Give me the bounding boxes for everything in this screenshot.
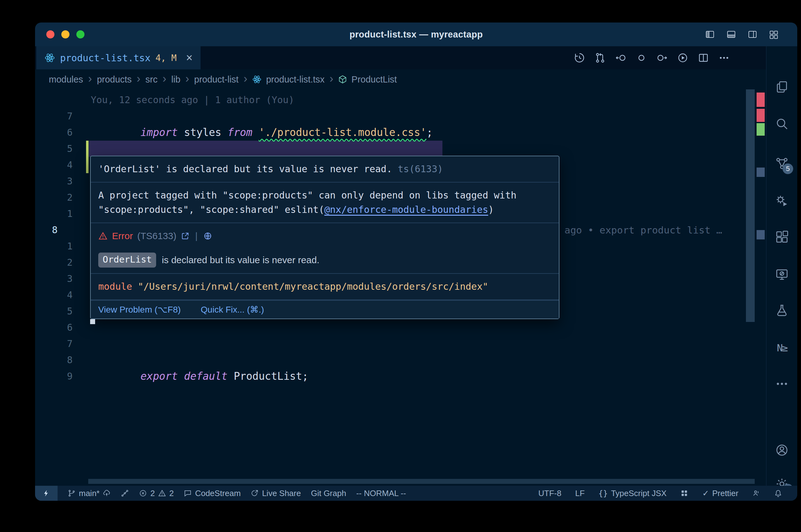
remote-indicator[interactable] (35, 486, 58, 501)
extensions-button[interactable] (773, 228, 791, 246)
identifier-productlist: ProductList (234, 370, 302, 382)
accounts-button[interactable] (773, 441, 791, 459)
line-number: 7 (35, 108, 73, 125)
codestream-item[interactable]: CodeStream (184, 489, 241, 498)
eol-label: LF (575, 489, 584, 498)
run-debug-button[interactable] (773, 192, 791, 210)
line-number: 2 (35, 189, 73, 206)
window-title: product-list.tsx — myreactapp (35, 22, 797, 46)
titlebar: product-list.tsx — myreactapp (35, 22, 797, 46)
additional-views-button[interactable] (773, 375, 791, 393)
hover-resize-handle[interactable] (90, 319, 95, 324)
breadcrumb-item-src[interactable]: src (145, 74, 158, 85)
nx-console-icon: N≥ (777, 342, 787, 354)
warning-count: 2 (169, 489, 174, 498)
warning-triangle-icon (98, 231, 108, 241)
source-control-graph-button[interactable]: 5 (773, 155, 791, 172)
space (227, 370, 234, 382)
ts-diagnostic-text: 'OrderList' is declared but its value is… (98, 164, 392, 174)
hover-error-detail: Error(TS6133) | OrderList is declared bu… (91, 223, 559, 274)
hover-eslint-message: A project tagged with "scope:products" c… (91, 183, 559, 223)
breadcrumb-item-file[interactable]: product-list.tsx (266, 74, 325, 85)
live-share-item[interactable]: Live Share (251, 489, 301, 498)
warning-triangle-icon (158, 489, 166, 497)
quick-fix-link[interactable]: Quick Fix... (⌘.) (201, 304, 264, 315)
nx-console-button[interactable]: N≥ (773, 339, 791, 357)
split-editor-button[interactable] (698, 52, 709, 63)
identifier-chip: OrderList (98, 252, 156, 268)
tab-close-button[interactable]: × (186, 52, 193, 63)
notifications-bell-item[interactable] (774, 489, 782, 497)
problems-item[interactable]: 2 2 (139, 489, 174, 498)
cloud-upload-icon (103, 489, 111, 497)
activity-bar: 5 N≥ 1 (766, 46, 797, 486)
open-previous-change-button[interactable] (615, 52, 626, 63)
open-next-change-button[interactable] (656, 52, 668, 63)
tab-product-list[interactable]: product-list.tsx 4, M × (36, 46, 201, 70)
prettier-label: Prettier (712, 489, 739, 498)
react-icon (44, 53, 55, 63)
gitlens-inline-blame: ago • export product list … (564, 222, 722, 238)
string-module-css-path: './product-list.module.css' (258, 126, 426, 138)
breadcrumb-item-lib[interactable]: lib (171, 74, 181, 85)
commit-graph-item[interactable] (121, 489, 129, 497)
git-graph-item[interactable]: Git Graph (311, 489, 346, 498)
feedback-item[interactable] (752, 489, 760, 497)
breadcrumb-item-modules[interactable]: modules (49, 74, 83, 85)
horizontal-scrollbar[interactable] (88, 479, 755, 484)
line-number: 1 (35, 238, 73, 254)
line-number: 9 (35, 368, 73, 384)
line-number: 6 (35, 320, 73, 336)
remote-explorer-button[interactable] (773, 266, 791, 283)
encoding-item[interactable]: UTF-8 (539, 489, 562, 498)
chevron-right-icon: › (243, 73, 247, 84)
react-icon (252, 75, 261, 84)
line-number: 3 (35, 173, 73, 189)
hover-module-path: module "/Users/juri/nrwl/content/myreact… (91, 274, 559, 300)
prettier-item[interactable]: ✓ Prettier (702, 489, 739, 498)
language-mode-item[interactable]: {} TypeScript JSX (599, 489, 667, 498)
vertical-scrollbar[interactable] (746, 89, 755, 322)
line-number: 3 (35, 271, 73, 287)
globe-icon[interactable] (203, 232, 212, 240)
compare-changes-button[interactable] (595, 52, 606, 63)
keyword-from: from (227, 126, 252, 138)
breadcrumb-item-product-list[interactable]: product-list (194, 74, 239, 85)
check-icon: ✓ (702, 489, 709, 498)
open-external-icon[interactable] (181, 232, 189, 240)
keyword-export: export (141, 370, 178, 382)
view-problem-link[interactable]: View Problem (⌥F8) (98, 304, 181, 315)
breadcrumb-item-products[interactable]: products (97, 74, 132, 85)
toggle-secondary-sidebar-button[interactable] (747, 30, 758, 39)
eslint-rule-link[interactable]: @nx/enforce-module-boundaries (324, 204, 488, 215)
toggle-sidebar-button[interactable] (705, 30, 715, 39)
change-indicator-button[interactable] (636, 52, 647, 63)
chevron-right-icon: › (88, 73, 92, 84)
code-line-import-orderlist: import { OrderList } from '@myreactapp/m… (91, 141, 483, 157)
more-actions-button[interactable] (718, 52, 730, 63)
keyword-default: default (184, 370, 227, 382)
hover-popup: 'OrderList' is declared but its value is… (90, 156, 560, 319)
line-number: 7 (35, 336, 73, 352)
code-line-export-default: export default ProductList; (91, 352, 308, 368)
search-button[interactable] (773, 115, 791, 133)
overview-info-mark (757, 230, 765, 240)
timeline-history-button[interactable] (574, 52, 585, 63)
explorer-button[interactable] (773, 78, 791, 96)
git-branch-item[interactable]: main* (68, 489, 111, 498)
toggle-panel-button[interactable] (726, 30, 736, 39)
customize-layout-button[interactable] (768, 30, 779, 39)
module-keyword: module (98, 281, 132, 292)
editor[interactable]: 7 6 5 4 3 2 1 8 1 2 3 4 5 6 7 8 9 You, 1… (35, 89, 766, 486)
live-share-label: Live Share (262, 489, 301, 498)
error-circle-icon (139, 489, 147, 497)
hover-action-bar: View Problem (⌥F8) Quick Fix... (⌘.) (91, 300, 559, 319)
run-file-button[interactable] (677, 52, 688, 63)
module-path-string: "/Users/juri/nrwl/content/myreactapp/mod… (138, 281, 488, 292)
overview-info-mark (757, 168, 765, 177)
keyword-import: import (141, 126, 178, 138)
breadcrumb-item-symbol[interactable]: ProductList (351, 74, 397, 85)
eol-item[interactable]: LF (575, 489, 584, 498)
extension-status-item[interactable] (680, 489, 688, 497)
testing-beaker-button[interactable] (773, 302, 791, 319)
